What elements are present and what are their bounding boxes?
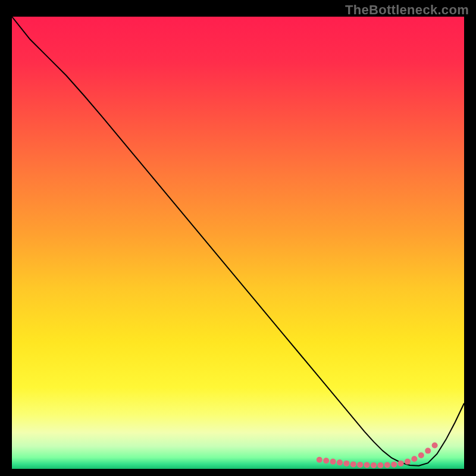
highlight-dot — [405, 459, 411, 465]
highlight-dot — [364, 462, 370, 468]
highlight-dot — [384, 462, 390, 468]
highlight-dot — [337, 459, 343, 465]
watermark-text: TheBottleneck.com — [345, 2, 469, 18]
highlight-dot — [377, 462, 383, 468]
bottleneck-chart — [12, 17, 464, 469]
highlight-dot — [330, 459, 336, 465]
highlight-dot — [418, 452, 424, 458]
highlight-dot — [357, 462, 363, 468]
highlight-dot — [398, 461, 404, 466]
highlight-dot — [411, 456, 417, 462]
highlight-dot — [432, 442, 438, 448]
highlight-dot — [350, 461, 356, 467]
highlight-dot — [317, 457, 322, 463]
highlight-dot — [371, 462, 377, 468]
gradient-background — [12, 17, 464, 469]
highlight-dot — [391, 462, 397, 468]
highlight-dot — [323, 458, 329, 464]
highlight-dot — [343, 461, 349, 466]
highlight-dot — [425, 448, 431, 454]
